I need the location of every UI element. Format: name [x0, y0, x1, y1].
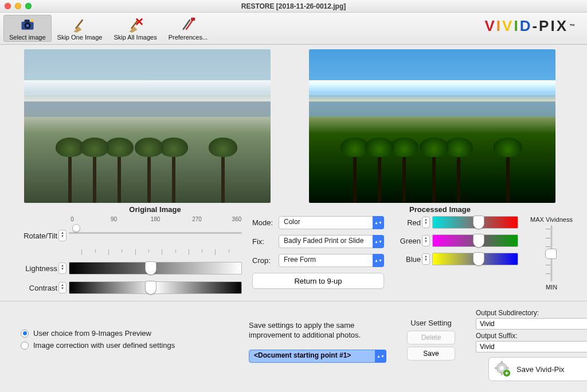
select-value: Color: [279, 216, 384, 229]
red-slider[interactable]: [432, 216, 518, 229]
svg-rect-20: [506, 371, 507, 374]
output-subdir-input[interactable]: [476, 318, 587, 330]
rotate-stepper[interactable]: ▲▼: [58, 230, 66, 241]
lightness-stepper[interactable]: ▲▼: [58, 262, 66, 274]
zoom-icon[interactable]: [25, 3, 32, 9]
lightness-slider[interactable]: [69, 262, 242, 275]
output-subdir-label: Output Subdirectory:: [476, 309, 587, 317]
svg-rect-11: [191, 18, 195, 21]
broom-x-icon: [127, 17, 143, 33]
svg-point-13: [500, 366, 504, 370]
divider: [0, 301, 587, 301]
blue-slider[interactable]: [432, 253, 518, 265]
red-stepper[interactable]: ▲▼: [422, 217, 430, 228]
green-label: Green: [394, 237, 422, 245]
button-label: Save Vivid-Pix: [516, 365, 565, 374]
crop-select[interactable]: Free Form ▲▼: [279, 254, 384, 267]
blue-label: Blue: [394, 255, 422, 264]
delete-button[interactable]: Delete: [407, 331, 455, 344]
svg-rect-17: [506, 367, 508, 370]
radio-label: User choice from 9-Images Preview: [33, 329, 151, 338]
radio-9images[interactable]: User choice from 9-Images Preview: [21, 329, 238, 338]
svg-rect-3: [25, 19, 30, 22]
skip-all-button[interactable]: Skip All Images: [108, 15, 162, 42]
controls-panel: Rotate/Tilt ▲▼ 0 90 180 270 360 Lightnes…: [0, 215, 587, 299]
tick-label: 90: [111, 216, 117, 222]
slider-knob[interactable]: [473, 252, 484, 266]
window-controls: [5, 3, 32, 9]
mode-select[interactable]: Color ▲▼: [279, 216, 384, 229]
radio-label: Image correction with user defined setti…: [33, 341, 175, 350]
output-suffix-label: Output Suffix:: [476, 332, 587, 340]
svg-rect-14: [501, 361, 503, 364]
green-slider[interactable]: [432, 234, 518, 247]
select-image-button[interactable]: Select image: [3, 15, 52, 42]
max-vividness-label: MAX Vividness: [530, 216, 573, 223]
vividness-slider[interactable]: [547, 225, 556, 281]
close-icon[interactable]: [5, 3, 11, 9]
tick-label: 0: [71, 216, 74, 222]
vivid-pix-logo: VIVID-PIX™: [484, 17, 577, 35]
crop-label: Crop:: [252, 256, 279, 265]
save-hint: Save settings to apply the same improvem…: [249, 321, 386, 340]
broom-icon: [72, 17, 88, 33]
chevron-updown-icon: ▲▼: [373, 235, 384, 248]
rotate-slider[interactable]: 0 90 180 270 360: [69, 216, 242, 255]
slider-knob[interactable]: [473, 215, 484, 229]
blue-stepper[interactable]: ▲▼: [422, 253, 430, 265]
radio-icon: [21, 330, 29, 338]
save-button[interactable]: Save: [407, 347, 455, 360]
svg-rect-16: [495, 367, 498, 370]
green-stepper[interactable]: ▲▼: [422, 235, 430, 246]
slider-knob[interactable]: [145, 261, 156, 275]
select-value: Free Form: [279, 254, 384, 267]
red-label: Red: [394, 218, 422, 227]
slider-knob[interactable]: [545, 249, 557, 259]
user-setting-header: User Setting: [397, 319, 465, 327]
minimize-icon[interactable]: [15, 3, 21, 9]
select-value: <Document starting point #1>: [249, 350, 386, 363]
toolbar-label: Skip One Image: [57, 34, 103, 41]
skip-one-button[interactable]: Skip One Image: [52, 15, 108, 42]
document-start-select[interactable]: <Document starting point #1> ▲▼: [249, 350, 386, 363]
tools-icon: [180, 17, 196, 33]
toolbar: Select image Skip One Image Skip All Ima…: [0, 13, 587, 45]
fix-select[interactable]: Badly Faded Print or Slide ▲▼: [279, 235, 384, 248]
window-title: RESTORE [2018-11-26-0012.jpg]: [0, 2, 587, 10]
svg-point-4: [30, 19, 33, 22]
lightness-label: Lightness: [13, 264, 58, 273]
svg-rect-15: [501, 372, 503, 375]
toolbar-label: Preferences...: [169, 34, 208, 41]
output-suffix-input[interactable]: [476, 341, 587, 352]
mode-label: Mode:: [252, 218, 279, 227]
processed-image: [309, 49, 555, 203]
toolbar-label: Select image: [9, 34, 46, 41]
bottom-panel: User choice from 9-Images Preview Image …: [0, 305, 587, 387]
chevron-updown-icon: ▲▼: [373, 216, 384, 229]
slider-knob[interactable]: [72, 224, 80, 232]
rotate-label: Rotate/Tilt: [13, 232, 58, 240]
return-9up-button[interactable]: Return to 9-up: [252, 273, 384, 289]
save-vivid-pix-button[interactable]: Save Vivid-Pix: [488, 357, 587, 381]
chevron-updown-icon: ▲▼: [375, 350, 386, 363]
slider-knob[interactable]: [145, 281, 156, 295]
preferences-button[interactable]: Preferences...: [163, 15, 213, 42]
slider-knob[interactable]: [473, 234, 484, 248]
radio-user-defined[interactable]: Image correction with user defined setti…: [21, 341, 238, 350]
tick-label: 270: [192, 216, 202, 222]
select-value: Badly Faded Print or Slide: [279, 235, 384, 248]
contrast-slider[interactable]: [69, 281, 242, 294]
original-image: [24, 49, 271, 203]
original-caption: Original Image: [24, 205, 286, 214]
tick-label: 180: [151, 216, 161, 222]
svg-point-2: [26, 24, 29, 27]
processed-caption: Processed Image: [309, 205, 571, 214]
min-label: MIN: [546, 284, 557, 291]
contrast-stepper[interactable]: ▲▼: [58, 282, 66, 293]
chevron-updown-icon: ▲▼: [373, 254, 384, 267]
fix-label: Fix:: [252, 237, 279, 246]
titlebar: RESTORE [2018-11-26-0012.jpg]: [0, 0, 587, 13]
tick-label: 360: [232, 216, 242, 222]
gear-plus-icon: [495, 361, 511, 377]
camera-icon: [19, 17, 36, 33]
